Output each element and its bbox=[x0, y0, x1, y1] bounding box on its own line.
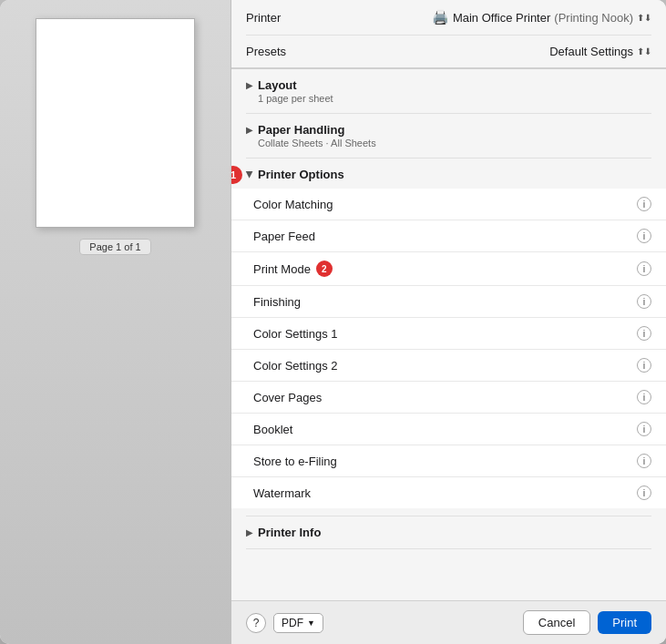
color-settings-1-info-icon[interactable]: i bbox=[637, 326, 651, 341]
print-button[interactable]: Print bbox=[598, 611, 651, 634]
store-efiling-info-icon[interactable]: i bbox=[637, 454, 651, 468]
layout-chevron-icon: ▶ bbox=[246, 80, 253, 90]
finishing-info-icon[interactable]: i bbox=[637, 294, 651, 309]
layout-subtitle: 1 page per sheet bbox=[258, 93, 651, 104]
layout-header[interactable]: ▶ Layout 1 page per sheet bbox=[246, 77, 651, 106]
option-store-efiling[interactable]: Store to e-Filing i bbox=[231, 445, 666, 477]
page-preview bbox=[36, 18, 195, 228]
option-watermark[interactable]: Watermark i bbox=[231, 477, 666, 508]
printer-icon: 🖨️ bbox=[432, 9, 449, 26]
presets-value-group: Default Settings ⬆⬇ bbox=[549, 45, 651, 58]
footer-left: ? PDF ▼ bbox=[246, 613, 323, 633]
printer-info-header[interactable]: ▶ Printer Info bbox=[246, 524, 651, 541]
printer-info-title: Printer Info bbox=[258, 526, 651, 539]
footer-right: Cancel Print bbox=[523, 610, 651, 635]
layout-header-text: Layout 1 page per sheet bbox=[258, 78, 651, 104]
printer-options-section: 1 ▶ Printer Options Color Matching i bbox=[246, 158, 651, 516]
accordion-area[interactable]: ▶ Layout 1 page per sheet ▶ Paper Handli… bbox=[231, 69, 666, 600]
paper-handling-subtitle: Collate Sheets · All Sheets bbox=[258, 138, 651, 148]
dialog-body: Page 1 of 1 Printer 🖨️ Main Office Print… bbox=[0, 0, 666, 644]
pdf-button[interactable]: PDF ▼ bbox=[273, 613, 323, 633]
presets-chevron-icon: ⬆⬇ bbox=[637, 46, 651, 56]
option-cover-pages[interactable]: Cover Pages i bbox=[231, 382, 666, 414]
badge-1: 1 bbox=[231, 166, 242, 184]
cancel-button[interactable]: Cancel bbox=[523, 610, 590, 635]
printer-name: Main Office Printer bbox=[453, 11, 550, 25]
printer-info-chevron-icon: ▶ bbox=[246, 527, 253, 537]
option-color-settings-2-label: Color Settings 2 bbox=[253, 359, 338, 373]
printer-options-title: Printer Options bbox=[258, 168, 651, 181]
printer-row[interactable]: Printer 🖨️ Main Office Printer (Printing… bbox=[246, 0, 651, 36]
cover-pages-info-icon[interactable]: i bbox=[637, 390, 651, 404]
color-settings-2-info-icon[interactable]: i bbox=[637, 358, 651, 373]
option-color-matching-label: Color Matching bbox=[253, 198, 333, 211]
settings-panel: Printer 🖨️ Main Office Printer (Printing… bbox=[231, 0, 666, 644]
paper-feed-info-icon[interactable]: i bbox=[637, 229, 651, 243]
preview-panel: Page 1 of 1 bbox=[0, 0, 231, 644]
option-print-mode[interactable]: Print Mode 2 i bbox=[231, 252, 666, 286]
printer-location: (Printing Nook) bbox=[554, 11, 633, 25]
paper-handling-chevron-icon: ▶ bbox=[246, 125, 253, 135]
print-mode-info-icon[interactable]: i bbox=[637, 261, 651, 276]
option-color-settings-1[interactable]: Color Settings 1 i bbox=[231, 318, 666, 350]
option-store-efiling-label: Store to e-Filing bbox=[253, 455, 337, 468]
option-finishing[interactable]: Finishing i bbox=[231, 286, 666, 318]
color-matching-info-icon[interactable]: i bbox=[637, 197, 651, 211]
option-color-matching[interactable]: Color Matching i bbox=[231, 189, 666, 220]
option-booklet[interactable]: Booklet i bbox=[231, 414, 666, 445]
option-color-settings-2[interactable]: Color Settings 2 i bbox=[231, 350, 666, 382]
dialog-footer: ? PDF ▼ Cancel Print bbox=[231, 600, 666, 644]
presets-value: Default Settings bbox=[549, 45, 633, 58]
pdf-label: PDF bbox=[282, 617, 303, 629]
page-counter: Page 1 of 1 bbox=[79, 239, 150, 255]
booklet-info-icon[interactable]: i bbox=[637, 422, 651, 436]
printer-info-section: ▶ Printer Info bbox=[246, 516, 651, 549]
print-dialog: Page 1 of 1 Printer 🖨️ Main Office Print… bbox=[0, 0, 666, 644]
layout-section: ▶ Layout 1 page per sheet bbox=[246, 69, 651, 114]
watermark-info-icon[interactable]: i bbox=[637, 486, 651, 500]
paper-handling-header[interactable]: ▶ Paper Handling Collate Sheets · All Sh… bbox=[246, 121, 651, 150]
paper-handling-header-text: Paper Handling Collate Sheets · All Shee… bbox=[258, 123, 651, 148]
help-button[interactable]: ? bbox=[246, 613, 266, 633]
printer-options-items: Color Matching i Paper Feed i Print Mode bbox=[246, 189, 651, 508]
layout-title: Layout bbox=[258, 78, 651, 92]
option-watermark-label: Watermark bbox=[253, 486, 311, 500]
printer-options-header[interactable]: 1 ▶ Printer Options bbox=[246, 166, 651, 183]
pdf-chevron-icon: ▼ bbox=[307, 618, 315, 628]
option-paper-feed[interactable]: Paper Feed i bbox=[231, 220, 666, 252]
badge-2: 2 bbox=[316, 261, 333, 277]
paper-handling-title: Paper Handling bbox=[258, 123, 651, 137]
presets-row[interactable]: Presets Default Settings ⬆⬇ bbox=[246, 36, 651, 67]
printer-options-header-text: Printer Options bbox=[258, 168, 651, 181]
presets-label: Presets bbox=[246, 45, 286, 58]
settings-header: Printer 🖨️ Main Office Printer (Printing… bbox=[231, 0, 666, 68]
option-color-settings-1-label: Color Settings 1 bbox=[253, 327, 338, 341]
printer-value-group: 🖨️ Main Office Printer (Printing Nook) ⬆… bbox=[432, 9, 651, 26]
printer-chevron-icon: ⬆⬇ bbox=[637, 13, 651, 23]
printer-label: Printer bbox=[246, 11, 281, 25]
paper-handling-section: ▶ Paper Handling Collate Sheets · All Sh… bbox=[246, 114, 651, 158]
printer-info-header-text: Printer Info bbox=[258, 526, 651, 539]
option-cover-pages-label: Cover Pages bbox=[253, 391, 322, 404]
option-finishing-label: Finishing bbox=[253, 295, 301, 309]
option-paper-feed-label: Paper Feed bbox=[253, 230, 315, 243]
printer-options-chevron-icon: ▶ bbox=[245, 171, 255, 179]
option-booklet-label: Booklet bbox=[253, 423, 292, 436]
option-print-mode-label: Print Mode 2 bbox=[253, 261, 333, 277]
